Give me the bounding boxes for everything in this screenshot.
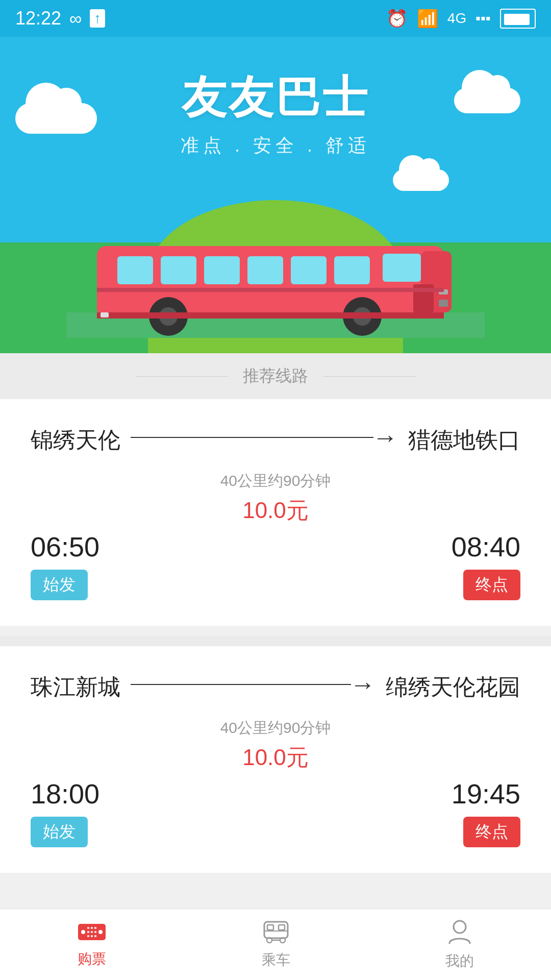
app-subtitle: 准点 . 安全 . 舒适	[181, 133, 370, 158]
route-2-from: 珠江新城	[31, 672, 120, 702]
route-1-arrive-group: 08:40 终点	[452, 531, 520, 600]
svg-point-33	[454, 921, 466, 933]
svg-point-21	[81, 930, 85, 934]
svg-rect-27	[267, 925, 273, 930]
route-2-arrow: →	[131, 672, 375, 697]
route-2-end-tag: 终点	[463, 817, 520, 847]
route-1-middle: →	[131, 425, 398, 455]
app-title: 友友巴士	[182, 67, 369, 128]
nav-profile-label: 我的	[445, 951, 474, 971]
nav-buy-ticket-label: 购票	[78, 949, 106, 969]
nav-ride-bus-label: 乘车	[262, 950, 290, 970]
nav-profile[interactable]: 我的	[445, 919, 474, 971]
route-2-arrive-time: 19:45	[452, 778, 520, 810]
ticket-icon	[77, 921, 107, 945]
svg-rect-4	[161, 256, 196, 284]
route-1-times: 06:50 始发 08:40 终点	[31, 531, 520, 600]
wifi-icon: 📶	[417, 8, 438, 29]
route-1-start-tag: 始发	[31, 570, 88, 600]
svg-rect-6	[247, 256, 283, 284]
infinity-icon: ∞	[69, 9, 82, 29]
signal-icon: 4G	[447, 10, 466, 27]
svg-rect-5	[204, 256, 240, 284]
cloud-right-mid	[393, 169, 449, 191]
signal-bars-icon: ▪▪▪	[475, 10, 491, 27]
svg-rect-15	[97, 312, 444, 318]
section-divider: 推荐线路	[0, 353, 551, 399]
svg-rect-3	[117, 256, 153, 284]
route-2-times: 18:00 始发 19:45 终点	[31, 778, 520, 847]
nav-ride-bus[interactable]: 乘车	[261, 920, 291, 970]
route-1-from: 锦绣天伦	[31, 425, 120, 455]
route-2-price: 10.0元	[194, 743, 357, 773]
hero-banner: 友友巴士 准点 . 安全 . 舒适	[0, 37, 551, 353]
route-2-arrive-group: 19:45 终点	[452, 778, 520, 847]
bottom-nav: 购票 乘车 我的	[0, 909, 551, 980]
route-2-middle: →	[131, 672, 375, 702]
upload-icon: ↑	[90, 9, 105, 28]
route-1-price: 10.0元	[194, 496, 357, 526]
route-card-2[interactable]: 珠江新城 → 绵绣天伦花园 40公里约90分钟 10.0元 18:00 始发	[0, 646, 551, 873]
divider-line-left	[136, 376, 228, 377]
route-2-to: 绵绣天伦花园	[386, 672, 520, 702]
route-1-arrow: →	[131, 425, 398, 450]
svg-rect-28	[279, 925, 285, 930]
time-display: 12:22	[15, 8, 61, 29]
route-2-distance: 40公里约90分钟	[194, 718, 357, 739]
alarm-icon: ⏰	[386, 8, 408, 29]
route-2-depart-time: 18:00	[31, 778, 99, 810]
svg-point-22	[98, 930, 103, 934]
bus-illustration	[0, 205, 551, 338]
nav-buy-ticket[interactable]: 购票	[77, 921, 107, 969]
bus-nav-icon	[261, 920, 291, 946]
status-left: 12:22 ∞ ↑	[15, 8, 105, 29]
battery-icon	[500, 9, 536, 29]
status-right: ⏰ 📶 4G ▪▪▪	[386, 8, 536, 29]
route-1-header: 锦绣天伦 → 猎德地铁口	[31, 425, 520, 455]
route-1-to: 猎德地铁口	[408, 425, 520, 455]
svg-rect-16	[439, 300, 448, 307]
person-icon	[447, 919, 472, 947]
cloud-left	[15, 103, 97, 134]
route-2-depart-group: 18:00 始发	[31, 778, 99, 847]
svg-rect-7	[291, 256, 327, 284]
card-gap	[0, 636, 551, 646]
svg-rect-9	[383, 254, 421, 282]
route-1-end-tag: 终点	[463, 570, 520, 600]
svg-rect-19	[101, 312, 109, 317]
section-title: 推荐线路	[243, 365, 308, 387]
status-bar: 12:22 ∞ ↑ ⏰ 📶 4G ▪▪▪	[0, 0, 551, 37]
svg-rect-18	[97, 288, 444, 292]
route-2-header: 珠江新城 → 绵绣天伦花园	[31, 672, 520, 702]
route-1-distance: 40公里约90分钟	[194, 471, 357, 492]
route-2-start-tag: 始发	[31, 817, 88, 847]
main-content: 友友巴士 准点 . 安全 . 舒适	[0, 37, 551, 954]
cloud-right-top	[454, 88, 520, 113]
divider-line-right	[323, 376, 415, 377]
route-card-1[interactable]: 锦绣天伦 → 猎德地铁口 40公里约90分钟 10.0元 06:50 始发	[0, 399, 551, 626]
route-1-depart-time: 06:50	[31, 531, 99, 562]
route-1-arrive-time: 08:40	[452, 531, 520, 562]
svg-rect-8	[334, 256, 370, 284]
route-1-depart-group: 06:50 始发	[31, 531, 99, 600]
